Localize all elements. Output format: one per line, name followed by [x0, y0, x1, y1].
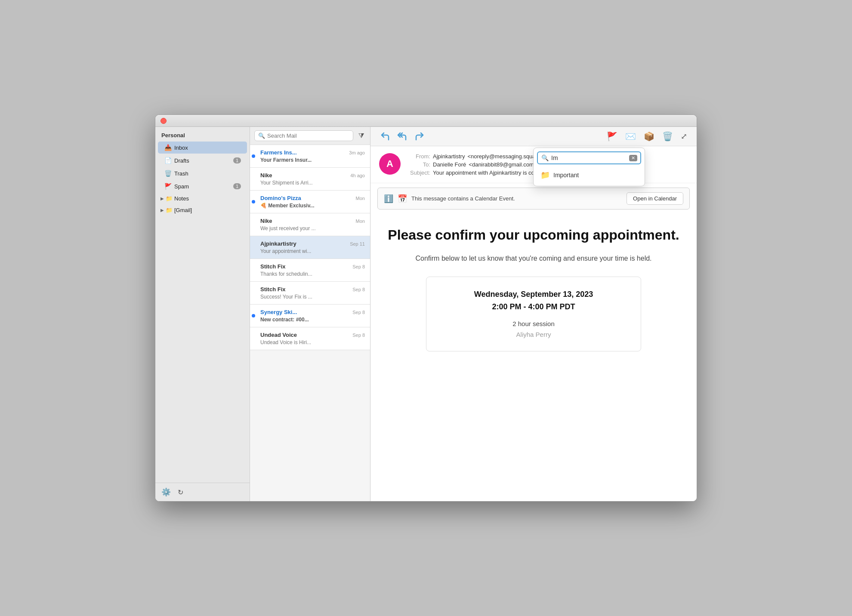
mail-preview: We just received your ... [260, 225, 365, 231]
sidebar-item-drafts[interactable]: 📄 Drafts 1 [158, 154, 247, 166]
sidebar-item-trash-label: Trash [174, 170, 188, 177]
sidebar-item-spam[interactable]: 🚩 Spam 1 [158, 180, 247, 192]
spam-icon: 🚩 [164, 182, 172, 190]
sidebar-group-gmail-label: [Gmail] [174, 207, 192, 213]
notes-arrow-icon: ▶ [161, 196, 164, 201]
mail-time: Sep 8 [352, 287, 365, 292]
trash-icon: 🗑️ [164, 169, 172, 177]
appointment-card: Wednesday, September 13, 2023 2:00 PM - … [426, 277, 641, 351]
dropdown-item-label: Important [553, 172, 579, 179]
appointment-time: 2:00 PM - 4:00 PM PDT [444, 302, 624, 311]
mail-item-header: Stitch Fix Sep 8 [260, 263, 365, 270]
close-button[interactable] [161, 118, 167, 124]
search-box[interactable]: 🔍 [254, 130, 353, 141]
mail-sender: Nike [260, 172, 348, 179]
expand-icon: ⤢ [681, 132, 687, 141]
calendar-banner: ℹ️ 📅 This message contains a Calendar Ev… [377, 188, 690, 209]
archive-button[interactable]: 📦 [641, 130, 657, 142]
inbox-icon: 📥 [164, 144, 172, 151]
gmail-arrow-icon: ▶ [161, 208, 164, 213]
refresh-icon[interactable]: ↻ [178, 488, 183, 496]
sidebar-item-spam-label: Spam [174, 183, 189, 190]
mail-sender: Undead Voice [260, 332, 350, 338]
sidebar-group-notes-label: Notes [174, 195, 189, 202]
mail-preview: Thanks for schedulin... [260, 271, 365, 277]
sidebar-item-drafts-label: Drafts [174, 157, 189, 164]
mail-item[interactable]: Domino's Pizza Mon 🍕 Member Exclusiv... [250, 191, 370, 213]
mail-item-header: Domino's Pizza Mon [260, 195, 365, 201]
settings-icon[interactable]: ⚙️ [161, 487, 171, 497]
flag-button[interactable]: 🚩 [604, 130, 620, 142]
mail-item[interactable]: Nike 4h ago Your Shipment is Arri... [250, 168, 370, 191]
open-calendar-button[interactable]: Open in Calendar [627, 192, 683, 205]
mail-preview: Your Farmers Insur... [260, 157, 365, 163]
titlebar [155, 115, 697, 127]
toolbar-right: 🚩 ✉️ 📦 🗑️ ⤢ [604, 130, 690, 142]
mail-item-header: Nike 4h ago [260, 172, 365, 179]
appointment-duration: 2 hour session [444, 320, 624, 327]
dropdown-search-box[interactable]: 🔍 ✕ [537, 151, 641, 164]
mail-item-header: Stitch Fix Sep 8 [260, 286, 365, 293]
mail-preview: Undead Voice is Hiri... [260, 339, 365, 345]
dropdown-clear-button[interactable]: ✕ [629, 155, 637, 161]
mail-list-toolbar: 🔍 ⧩ [250, 127, 370, 145]
mail-time: Sep 8 [352, 264, 365, 269]
mail-item[interactable]: Stitch Fix Sep 8 Thanks for schedulin... [250, 259, 370, 282]
filter-button[interactable]: ⧩ [357, 131, 366, 141]
mail-list-panel: 🔍 ⧩ Farmers Ins... 3m ago Your Farmers I… [250, 127, 370, 501]
mail-time: Sep 8 [352, 333, 365, 338]
reading-toolbar: 🚩 ✉️ 📦 🗑️ ⤢ [370, 127, 697, 146]
mail-window: Personal 📥 Inbox 📄 Drafts 1 🗑️ Trash 🚩 S… [155, 114, 697, 502]
mail-item-header: Farmers Ins... 3m ago [260, 149, 365, 156]
mail-sender: Domino's Pizza [260, 195, 353, 201]
mail-button[interactable]: ✉️ [623, 130, 639, 142]
trash-icon: 🗑️ [662, 131, 673, 142]
mail-time: 3m ago [349, 150, 365, 155]
mail-item[interactable]: Undead Voice Sep 8 Undead Voice is Hiri.… [250, 327, 370, 350]
mail-icon: ✉️ [625, 131, 636, 142]
dropdown-search-input[interactable] [551, 154, 627, 161]
search-input[interactable] [267, 132, 349, 139]
dropdown-item-important[interactable]: 📁 Important [537, 168, 641, 182]
reply-all-button[interactable] [395, 130, 410, 142]
appointment-name: Aliyha Perry [444, 331, 624, 338]
info-icon: ℹ️ [384, 194, 393, 203]
expand-button[interactable]: ⤢ [678, 131, 690, 142]
sidebar-item-inbox-label: Inbox [174, 145, 188, 151]
sidebar-footer: ⚙️ ↻ [155, 483, 250, 501]
reply-button[interactable] [377, 130, 393, 142]
drafts-icon: 📄 [164, 157, 172, 164]
to-label: To: [407, 161, 430, 168]
mail-sender: Nike [260, 218, 353, 224]
mail-item[interactable]: Nike Mon We just received your ... [250, 213, 370, 236]
mail-sender: Stitch Fix [260, 263, 350, 270]
unread-indicator [252, 154, 255, 158]
sidebar-item-inbox[interactable]: 📥 Inbox [158, 142, 247, 154]
subject-label: Subject: [407, 169, 430, 176]
email-body: Please confirm your upcoming appointment… [370, 214, 697, 501]
important-folder-icon: 📁 [540, 170, 550, 180]
mail-item-selected[interactable]: Ajpinkartistry Sep 11 Your appointment w… [250, 236, 370, 259]
mail-time: Sep 11 [350, 241, 365, 246]
drafts-badge: 1 [233, 157, 241, 163]
mail-time: Mon [356, 219, 365, 224]
sidebar-group-notes[interactable]: ▶ 📁 Notes [157, 193, 248, 204]
trash-button[interactable]: 🗑️ [660, 130, 676, 142]
mail-item[interactable]: Stitch Fix Sep 8 Success! Your Fix is ..… [250, 282, 370, 305]
mail-item[interactable]: Farmers Ins... 3m ago Your Farmers Insur… [250, 145, 370, 168]
sidebar: Personal 📥 Inbox 📄 Drafts 1 🗑️ Trash 🚩 S… [155, 127, 250, 501]
archive-icon: 📦 [644, 131, 654, 142]
mail-item[interactable]: Synergy Ski... Sep 8 New contract: #00..… [250, 305, 370, 327]
confirm-text: Confirm below to let us know that you're… [388, 253, 679, 264]
forward-button[interactable] [412, 130, 427, 142]
to-name: Danielle Foré [433, 161, 466, 168]
mail-item-header: Undead Voice Sep 8 [260, 332, 365, 338]
dropdown-search-icon: 🔍 [541, 154, 549, 161]
flag-icon: 🚩 [607, 131, 617, 142]
sidebar-group-gmail[interactable]: ▶ 📁 [Gmail] [157, 205, 248, 216]
sidebar-item-trash[interactable]: 🗑️ Trash [158, 167, 247, 179]
mail-item-header: Ajpinkartistry Sep 11 [260, 240, 365, 247]
gmail-folder-icon: 📁 [166, 207, 173, 213]
mail-preview: Success! Your Fix is ... [260, 294, 365, 300]
move-to-dropdown: 🔍 ✕ 📁 Important [533, 148, 645, 186]
